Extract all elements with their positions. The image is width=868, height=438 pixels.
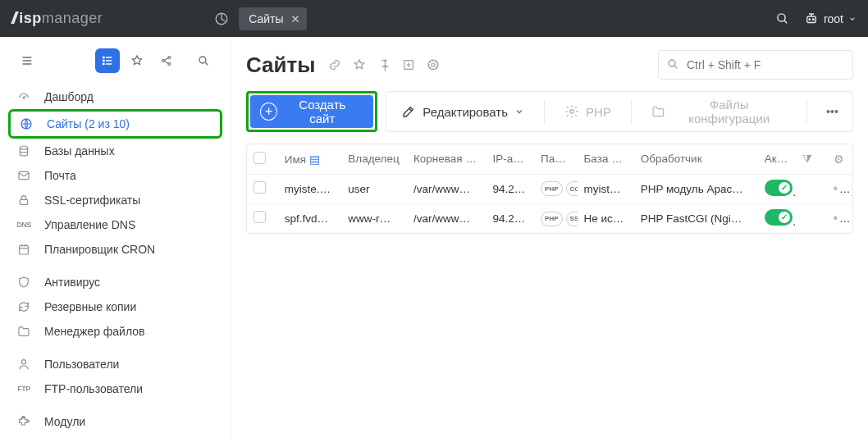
sort-icon[interactable]: ▤	[309, 153, 320, 166]
svg-point-25	[570, 110, 574, 114]
select-all-checkbox[interactable]	[254, 152, 266, 164]
svg-point-6	[103, 60, 105, 62]
hamburger-icon[interactable]	[15, 48, 39, 73]
sidebar-item[interactable]: Пользователи	[0, 352, 231, 376]
lock-icon	[16, 193, 31, 208]
share-icon[interactable]	[154, 48, 179, 73]
sidebar-item[interactable]: Модули	[0, 409, 231, 434]
table-row[interactable]: spf.fvd…www-r…/var/www…94.2…PHPSSLНе ис……	[247, 203, 852, 233]
svg-point-23	[432, 63, 435, 66]
sidebar-item-label: SSL-сертификаты	[44, 194, 140, 207]
cell-handler: PHP модуль Apac…	[634, 174, 758, 203]
sidebar-item-label: FTP-пользователи	[44, 382, 143, 395]
search-input[interactable]	[658, 50, 853, 80]
sidebar-item[interactable]: Резервные копии	[0, 294, 231, 319]
tab-label: Сайты	[249, 12, 283, 25]
sidebar-item-label: Модули	[44, 415, 85, 428]
help-icon[interactable]	[427, 58, 440, 71]
cell-ip: 94.2…	[486, 174, 534, 203]
svg-point-24	[669, 60, 675, 66]
edit-button[interactable]: Редактировать	[390, 95, 536, 128]
stats-icon[interactable]	[208, 7, 235, 30]
highlight-create: + Создать сайт	[246, 91, 377, 132]
row-menu[interactable]: •••	[834, 181, 852, 195]
search-icon[interactable]	[775, 11, 789, 25]
user-menu[interactable]: root	[804, 11, 857, 26]
pin-icon[interactable]	[377, 58, 391, 71]
link-icon[interactable]	[328, 58, 341, 71]
sidebar-item[interactable]: Базы данных	[0, 139, 231, 163]
svg-point-20	[27, 420, 30, 422]
create-label: Создать сайт	[286, 98, 359, 125]
col-active[interactable]: Акт…	[758, 144, 796, 174]
col-name[interactable]: Имя	[285, 153, 306, 166]
globe-icon	[19, 116, 34, 131]
sidebar-item-label: Управление DNS	[44, 218, 135, 231]
new-window-icon[interactable]	[402, 58, 415, 71]
row-menu[interactable]: •••	[834, 211, 852, 225]
col-ip[interactable]: IP-ад…	[486, 144, 534, 174]
toolbar: Редактировать PHP Файлы конфигурации •••	[386, 91, 853, 132]
list-view-icon[interactable]	[95, 48, 120, 73]
create-site-button[interactable]: + Создать сайт	[250, 95, 373, 128]
svg-point-11	[199, 57, 206, 63]
cell-params: PHPCGI	[534, 174, 577, 203]
filter-icon[interactable]: ⧩	[802, 152, 812, 165]
star-icon[interactable]	[125, 48, 149, 73]
cell-db: myist…	[578, 174, 634, 203]
star-outline-icon[interactable]	[353, 58, 366, 71]
gear-icon	[564, 104, 579, 119]
svg-point-7	[103, 63, 105, 65]
sidebar-item[interactable]: Менеджер файлов	[0, 319, 231, 344]
folder-icon	[651, 104, 665, 119]
settings-icon[interactable]: ⚙	[834, 153, 844, 166]
sidebar-item[interactable]: FTPFTP-пользователи	[0, 376, 231, 401]
col-par[interactable]: Пар…	[534, 144, 577, 174]
sidebar-item[interactable]: Почта	[0, 163, 231, 188]
sidebar-search-icon[interactable]	[191, 48, 216, 73]
calendar-icon	[16, 242, 31, 257]
user-icon	[16, 357, 31, 372]
brand-logo[interactable]: // ispmanager	[11, 9, 103, 28]
sidebar-item[interactable]: Сайты (2 из 10)	[8, 109, 222, 139]
plus-icon: +	[260, 103, 277, 121]
more-menu[interactable]: •••	[815, 95, 849, 128]
cell-name: myiste.…	[278, 174, 342, 203]
cell-root: /var/www…	[407, 203, 486, 233]
col-root[interactable]: Корневая д…	[407, 144, 486, 174]
search-input-wrap	[658, 50, 853, 80]
svg-point-5	[103, 57, 105, 58]
refresh-icon	[16, 299, 31, 314]
sidebar-item-label: Почта	[44, 169, 76, 182]
cell-root: /var/www…	[407, 174, 486, 203]
sidebar-item[interactable]: Планировщик CRON	[0, 237, 231, 262]
chevron-down-icon	[848, 15, 857, 23]
sidebar-item[interactable]: SSL-сертификаты	[0, 188, 231, 212]
sidebar-item[interactable]: DNSУправление DNS	[0, 212, 231, 237]
svg-point-1	[778, 14, 785, 21]
chevron-down-icon	[514, 107, 524, 116]
table-row[interactable]: myiste.…user/var/www…94.2…PHPCGImyist…PH…	[247, 174, 852, 203]
col-db[interactable]: База д…	[578, 144, 634, 174]
row-checkbox[interactable]	[254, 211, 266, 223]
config-files-button[interactable]: Файлы конфигурации	[640, 95, 798, 128]
sidebar-item[interactable]: Дашборд	[0, 84, 231, 109]
sidebar-item-label: Пользователи	[44, 358, 119, 371]
cell-db: Не ис…	[578, 203, 634, 233]
svg-point-12	[23, 97, 25, 98]
active-toggle[interactable]	[765, 209, 793, 226]
php-button[interactable]: PHP	[553, 95, 623, 128]
active-toggle[interactable]	[765, 180, 793, 196]
sidebar-item-label: Антивирус	[44, 276, 100, 289]
col-handler[interactable]: Обработчик	[634, 144, 758, 174]
pencil-icon	[401, 104, 416, 119]
mail-icon	[16, 168, 31, 183]
sidebar-item[interactable]: Антивирус	[0, 270, 231, 294]
cell-owner: www-r…	[341, 203, 407, 233]
edit-label: Редактировать	[423, 105, 508, 119]
col-owner[interactable]: Владелец	[341, 144, 407, 174]
user-label: root	[824, 12, 843, 25]
row-checkbox[interactable]	[254, 181, 266, 194]
close-icon[interactable]	[290, 14, 300, 24]
tab-sites[interactable]: Сайты	[239, 7, 306, 30]
